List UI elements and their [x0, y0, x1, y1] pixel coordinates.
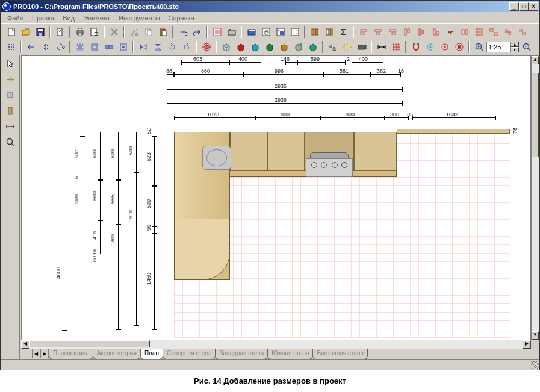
zoom-out-icon[interactable] [520, 40, 533, 54]
snap-red-icon[interactable] [438, 40, 452, 54]
group-icon-3[interactable] [102, 40, 116, 54]
scroll-thumb-v[interactable] [532, 73, 539, 157]
element-tool-icon[interactable] [2, 88, 18, 102]
zoom-in-icon[interactable] [472, 40, 486, 54]
menu-file[interactable]: Файл [3, 13, 28, 23]
scroll-right-icon[interactable]: ▶ [523, 340, 531, 349]
tool-icon-4[interactable] [273, 25, 287, 39]
align-icon-1[interactable] [356, 25, 370, 39]
tab-west[interactable]: Западная стена [215, 349, 268, 359]
box3d-icon-6[interactable] [291, 40, 305, 54]
copy-icon[interactable] [141, 25, 155, 39]
save-icon[interactable] [33, 25, 47, 39]
target-icon[interactable] [199, 40, 213, 54]
rotate-icon[interactable] [53, 40, 67, 54]
menu-tools[interactable]: Инструменты [114, 13, 164, 23]
cut-icon[interactable] [127, 25, 141, 39]
rotate-cw-icon[interactable] [165, 40, 179, 54]
scroll-left-icon[interactable]: ◀ [21, 340, 29, 349]
tool-icon-5[interactable] [288, 25, 302, 39]
magnet-icon[interactable] [409, 40, 423, 54]
new-icon[interactable] [4, 25, 18, 39]
group-icon-4[interactable] [116, 40, 130, 54]
align-icon-9[interactable] [472, 25, 486, 39]
dimension-icon[interactable] [374, 40, 388, 54]
box3d-icon-5[interactable] [277, 40, 291, 54]
menu-help[interactable]: Справка [164, 13, 199, 23]
camera-icon[interactable] [355, 40, 368, 54]
export-icon[interactable] [53, 25, 67, 39]
align-icon-4[interactable] [400, 25, 414, 39]
move-x-icon[interactable] [24, 40, 38, 54]
group-icon-2[interactable] [87, 40, 101, 54]
align-icon-8[interactable] [458, 25, 471, 39]
align-icon-12[interactable] [515, 25, 529, 39]
zoom-spinner[interactable]: ▲▼ [511, 42, 519, 52]
light-icon[interactable] [340, 40, 354, 54]
open-icon[interactable] [19, 25, 33, 39]
box3d-icon-2[interactable] [234, 40, 247, 54]
tab-scroll-left-icon[interactable]: ◀ [32, 349, 40, 358]
tool-icon-6[interactable] [308, 25, 321, 39]
snap-target-red-icon[interactable] [452, 40, 466, 54]
flip-h-icon[interactable] [136, 40, 150, 54]
align-icon-10[interactable] [486, 25, 500, 39]
resize-grip[interactable] [531, 361, 539, 369]
align-icon-6[interactable] [429, 25, 442, 39]
box3d-icon-4[interactable] [262, 40, 276, 54]
redo-icon[interactable] [190, 25, 204, 39]
tab-axonometry[interactable]: Аксонометрия [93, 349, 141, 359]
paste-icon[interactable] [156, 25, 170, 39]
tool-icon-2[interactable] [244, 25, 258, 39]
properties-icon[interactable] [210, 25, 224, 39]
align-icon-2[interactable] [371, 25, 385, 39]
tool-icon-1[interactable] [225, 25, 238, 39]
menu-view[interactable]: Вид [58, 13, 79, 23]
dimension-tool-icon[interactable] [2, 119, 18, 134]
text-icon[interactable]: aa [326, 40, 340, 54]
scroll-thumb-h[interactable] [29, 340, 150, 347]
tab-south[interactable]: Южная стена [267, 349, 313, 359]
tool-sum-icon[interactable]: Σ [337, 25, 350, 39]
box3d-icon-3[interactable] [248, 40, 262, 54]
align-icon-11[interactable] [501, 25, 515, 39]
light-tool-icon[interactable] [2, 72, 18, 87]
close-button[interactable]: × [529, 2, 538, 11]
tab-perspective[interactable]: Перспектива [49, 349, 93, 359]
flip-v-icon[interactable] [151, 40, 164, 54]
snap-cyan-icon[interactable] [423, 40, 437, 54]
drawing-canvas[interactable]: 603 400 146 599 2 400 88 860 996 581 382… [21, 55, 531, 340]
group-icon-1[interactable] [73, 40, 87, 54]
tab-east[interactable]: Восточная стена [312, 349, 368, 359]
menu-edit[interactable]: Правка [28, 13, 58, 23]
maximize-button[interactable]: □ [519, 2, 529, 11]
minimize-button[interactable]: _ [509, 2, 519, 11]
tab-north[interactable]: Северная стена [163, 349, 216, 359]
undo-icon[interactable] [176, 25, 190, 39]
panel-tool-icon[interactable] [2, 104, 18, 118]
scroll-up-icon[interactable]: ▲ [532, 56, 539, 64]
snap-icon[interactable] [4, 40, 18, 54]
align-icon-5[interactable] [414, 25, 428, 39]
align-icon-3[interactable] [385, 25, 399, 39]
rotate-ccw-icon[interactable] [179, 40, 193, 54]
pointer-icon[interactable] [2, 57, 18, 71]
menu-element[interactable]: Элемент [79, 13, 114, 23]
grid-icon[interactable] [389, 40, 403, 54]
tool-icon-7[interactable] [322, 25, 336, 39]
print-preview-icon[interactable] [87, 25, 101, 39]
move-y-icon[interactable] [39, 40, 52, 54]
horizontal-scrollbar[interactable]: ◀ ▶ [21, 340, 531, 349]
box3d-icon-7[interactable] [306, 40, 320, 54]
zoom-input[interactable] [486, 42, 511, 52]
delete-icon[interactable] [107, 25, 121, 39]
box3d-icon-1[interactable] [219, 40, 233, 54]
scroll-down-icon[interactable]: ▼ [532, 331, 539, 340]
tab-plan[interactable]: План [140, 349, 163, 359]
vertical-scrollbar[interactable]: ▲ ▼ [531, 55, 539, 340]
print-icon[interactable] [73, 25, 87, 39]
tab-scroll-right-icon[interactable]: ▶ [40, 349, 49, 358]
align-icon-7[interactable] [443, 25, 457, 39]
tool-icon-3[interactable]: @ [259, 25, 273, 39]
zoom-tool-icon[interactable] [2, 135, 18, 149]
